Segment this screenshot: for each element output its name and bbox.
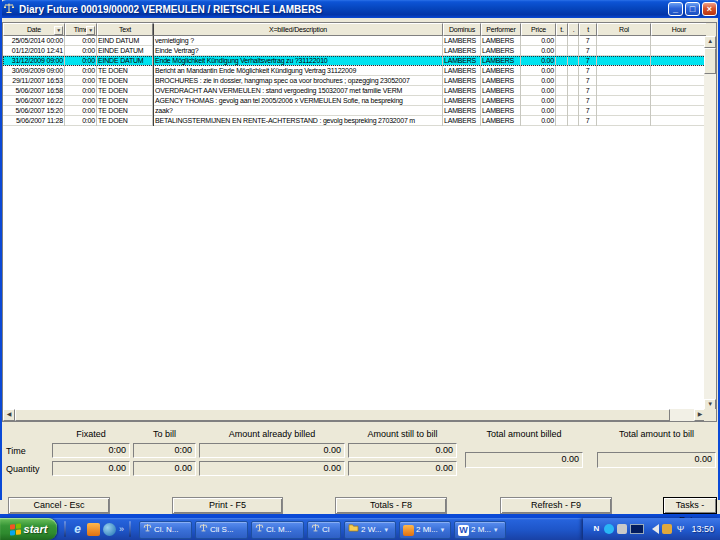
cell-time: 0:00 <box>65 46 97 56</box>
quantity-to-bill-field[interactable]: 0.00 <box>133 461 196 476</box>
time-fixated-field[interactable]: 0:00 <box>52 443 130 458</box>
summary-row-label-time: Time <box>6 446 26 456</box>
cell-text: EINDE DATUM <box>97 46 153 56</box>
close-icon[interactable]: × <box>702 2 717 16</box>
quantity-fixated-field[interactable]: 0.00 <box>52 461 130 476</box>
column-header-hour[interactable]: Hour <box>651 23 706 36</box>
time-already-billed-field[interactable]: 0.00 <box>199 443 345 458</box>
internet-explorer-icon[interactable]: e <box>71 523 84 536</box>
tasks-button[interactable]: Tasks - Enter <box>663 497 717 514</box>
scales-icon <box>311 522 320 538</box>
wifi-icon[interactable]: Ψ <box>675 524 685 534</box>
column-header-flag3[interactable]: t <box>579 23 597 36</box>
table-row[interactable]: 29/11/2007 16:530:00TE DOENBROCHURES : z… <box>3 76 706 86</box>
cell-price: 0.00 <box>521 76 556 86</box>
print-button[interactable]: Print - F5 <box>172 497 283 514</box>
cell-flag2 <box>568 86 579 96</box>
cell-flag2 <box>568 76 579 86</box>
table-row[interactable]: 5/06/2007 16:580:00TE DOENOVERDRACHT AAN… <box>3 86 706 96</box>
msn-icon[interactable]: N <box>591 524 601 534</box>
horizontal-scroll-thumb[interactable] <box>15 409 670 421</box>
display-icon[interactable] <box>630 524 644 534</box>
taskbar-clock[interactable]: 13:50 <box>691 524 714 534</box>
cell-rol <box>597 96 651 106</box>
column-header-flag1[interactable]: t. <box>556 23 568 36</box>
cell-price: 0.00 <box>521 36 556 46</box>
cell-flag1 <box>556 56 568 66</box>
volume-icon[interactable] <box>647 524 659 534</box>
cell-date: 29/11/2007 16:53 <box>3 76 65 86</box>
refresh-button[interactable]: Refresh - F9 <box>500 497 612 514</box>
quantity-still-to-bill-field[interactable]: 0.00 <box>348 461 457 476</box>
task-group-mail[interactable]: 2 Mi... ▾ <box>399 521 451 539</box>
table-row[interactable]: 31/12/2009 09:000:00EINDE DATUMEnde Mögl… <box>3 56 706 66</box>
task-button-3[interactable]: Cl. M... <box>251 521 304 539</box>
cell-date: 30/09/2009 09:00 <box>3 66 65 76</box>
cell-time: 0:00 <box>65 96 97 106</box>
quantity-already-billed-field[interactable]: 0.00 <box>199 461 345 476</box>
task-button-4[interactable]: Cl <box>307 521 341 539</box>
total-amount-to-bill-field[interactable]: 0.00 <box>597 452 716 468</box>
cell-performer: LAMBERS <box>481 36 521 46</box>
grid-body: 25/05/2014 00:000:00EIND DATUMvernietigi… <box>3 36 706 411</box>
totals-button[interactable]: Totals - F8 <box>335 497 447 514</box>
cell-flag3: 7 <box>579 86 597 96</box>
cell-flag2 <box>568 116 579 126</box>
cell-text: TE DOEN <box>97 96 153 106</box>
vertical-scroll-thumb[interactable] <box>704 48 716 74</box>
time-to-bill-field[interactable]: 0:00 <box>133 443 196 458</box>
horizontal-scrollbar[interactable]: ◀ ▶ <box>3 409 706 421</box>
column-header-description[interactable]: X=billed/Description <box>153 23 443 36</box>
skype-icon[interactable] <box>604 524 614 534</box>
time-still-to-bill-field[interactable]: 0.00 <box>348 443 457 458</box>
network-icon[interactable] <box>662 524 672 534</box>
task-button-1[interactable]: Cl. N... <box>139 521 192 539</box>
summary-label-fixated: Fixated <box>52 429 130 439</box>
table-row[interactable]: 25/05/2014 00:000:00EIND DATUMvernietigi… <box>3 36 706 46</box>
cell-text: TE DOEN <box>97 116 153 126</box>
sort-icon[interactable]: ▼ <box>54 26 63 35</box>
overflow-chevron-icon[interactable]: » <box>119 524 124 534</box>
sort-icon[interactable]: ▼ <box>86 26 95 35</box>
chevron-down-icon: ▾ <box>384 522 388 538</box>
cell-description: Bericht an Mandantin Ende Möglichkeit Kü… <box>153 66 443 76</box>
table-row[interactable]: 5/06/2007 11:280:00TE DOENBETALINGSTERMI… <box>3 116 706 126</box>
cell-dominus: LAMBERS <box>443 106 481 116</box>
task-group-explorer[interactable]: 2 W... ▾ <box>344 521 396 539</box>
column-header-rol[interactable]: Rol <box>597 23 651 36</box>
column-header-performer[interactable]: Performer <box>481 23 521 36</box>
scroll-left-icon[interactable]: ◀ <box>3 409 15 421</box>
column-header-text[interactable]: Text <box>97 23 153 36</box>
mail-icon[interactable] <box>87 523 100 536</box>
cell-flag3: 7 <box>579 116 597 126</box>
task-button-label: Cl <box>322 522 330 538</box>
cell-rol <box>597 46 651 56</box>
column-header-time[interactable]: Time ▼ <box>65 23 97 36</box>
cell-price: 0.00 <box>521 56 556 66</box>
start-button[interactable]: start <box>0 518 57 540</box>
table-row[interactable]: 30/09/2009 09:000:00TE DOENBericht an Ma… <box>3 66 706 76</box>
cell-hour <box>651 46 706 56</box>
quick-launch: e » <box>57 518 138 540</box>
table-row[interactable]: 5/06/2007 15:200:00TE DOENzaak?LAMBERSLA… <box>3 106 706 116</box>
column-header-date[interactable]: Date ▼ <box>3 23 65 36</box>
task-button-2[interactable]: Cli S... <box>195 521 248 539</box>
cancel-button[interactable]: Cancel - Esc <box>8 497 110 514</box>
maximize-icon[interactable]: □ <box>685 2 700 16</box>
cell-time: 0:00 <box>65 56 97 66</box>
minimize-icon[interactable]: _ <box>668 2 683 16</box>
vertical-scrollbar[interactable]: ▲ ▼ <box>704 36 716 411</box>
task-group-word[interactable]: W 2 M... ▾ <box>454 521 506 539</box>
column-header-dominus[interactable]: Dominus <box>443 23 481 36</box>
column-header-flag2[interactable]: . <box>568 23 579 36</box>
total-amount-billed-field[interactable]: 0.00 <box>465 452 583 468</box>
titlebar[interactable]: Diary Future 00019/00002 VERMEULEN / RIE… <box>0 0 720 18</box>
scroll-up-icon[interactable]: ▲ <box>704 36 716 48</box>
table-row[interactable]: 01/12/2010 12:410:00EINDE DATUMEinde Ver… <box>3 46 706 56</box>
table-row[interactable]: 5/06/2007 16:220:00TE DOENAGENCY THOMAS … <box>3 96 706 106</box>
column-header-price[interactable]: Price <box>521 23 556 36</box>
update-icon[interactable] <box>617 524 627 534</box>
cell-time: 0:00 <box>65 36 97 46</box>
cell-hour <box>651 106 706 116</box>
browser-icon[interactable] <box>103 523 116 536</box>
